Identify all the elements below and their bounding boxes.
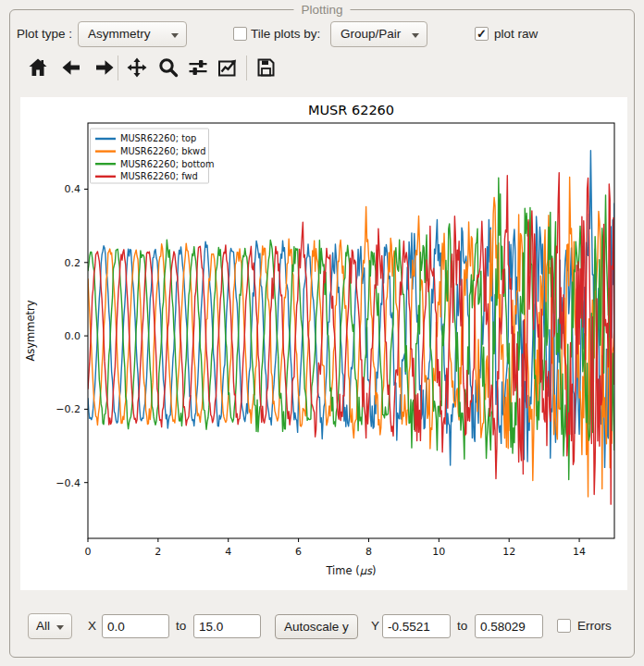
y-tick-label: 0.0 — [65, 330, 81, 342]
x-tick-label: 0 — [85, 546, 92, 558]
back-arrow-icon — [60, 56, 82, 79]
y-min-input[interactable] — [382, 614, 451, 638]
chart-title: MUSR 62260 — [308, 103, 394, 117]
tile-plots-checkbox[interactable] — [233, 27, 247, 41]
tile-by-select[interactable]: Group/Pair — [330, 21, 427, 47]
x-tick-label: 8 — [365, 546, 372, 558]
autoscale-y-button[interactable]: Autoscale y — [275, 614, 358, 639]
y-tick-label: 0.2 — [65, 257, 81, 269]
errors-label: Errors — [577, 613, 612, 639]
legend-item-label: MUSR62260; bottom — [120, 159, 215, 169]
tile-plots-label: Tile plots by: — [251, 21, 320, 47]
x-tick-label: 12 — [502, 546, 515, 558]
magnifier-icon — [157, 56, 180, 79]
x-min-input[interactable] — [102, 614, 169, 638]
home-icon — [27, 56, 49, 79]
y-range-label: Y — [371, 613, 379, 639]
pan-button[interactable] — [123, 54, 151, 81]
group-filter-select[interactable]: All — [28, 613, 72, 639]
home-button[interactable] — [24, 54, 52, 81]
plot-raw-label: plot raw — [494, 21, 538, 47]
check-icon: ✓ — [477, 27, 487, 41]
chevron-down-icon — [412, 33, 419, 38]
y-tick-label: −0.2 — [56, 403, 80, 415]
x-axis-label: Time (μs) — [325, 564, 376, 577]
x-range-label: X — [88, 613, 96, 639]
save-icon — [254, 56, 277, 79]
legend-item-label: MUSR62260; fwd — [120, 171, 198, 181]
line-chart-icon — [217, 56, 239, 79]
x-tick-label: 4 — [225, 546, 231, 558]
legend-item-label: MUSR62260; bkwd — [120, 146, 205, 156]
asymmetry-chart: 024681012140.40.20.0−0.2−0.4MUSR 62260Ti… — [20, 97, 627, 590]
tile-by-value: Group/Pair — [341, 27, 401, 41]
x-tick-label: 10 — [432, 546, 445, 558]
save-button[interactable] — [252, 54, 279, 81]
legend: MUSR62260; topMUSR62260; bkwdMUSR62260; … — [91, 129, 215, 183]
figure-canvas[interactable]: 024681012140.40.20.0−0.2−0.4MUSR 62260Ti… — [20, 97, 627, 590]
plot-raw-checkbox[interactable]: ✓ — [475, 27, 489, 41]
back-button[interactable] — [57, 54, 85, 81]
y-tick-label: 0.4 — [65, 183, 81, 195]
chevron-down-icon — [171, 33, 179, 38]
forward-button[interactable] — [91, 54, 118, 81]
x-max-input[interactable] — [193, 614, 261, 638]
edit-parameters-button[interactable] — [214, 54, 242, 81]
groupbox-title: Plotting — [293, 3, 350, 17]
group-filter-value: All — [36, 619, 50, 633]
errors-checkbox[interactable] — [557, 619, 571, 633]
x-tick-label: 6 — [295, 546, 302, 558]
plot-type-label: Plot type : — [17, 21, 72, 47]
x-to-label: to — [176, 613, 186, 639]
legend-item-label: MUSR62260; top — [120, 133, 196, 143]
configure-subplots-button[interactable] — [184, 54, 212, 81]
y-tick-label: −0.4 — [56, 477, 80, 489]
plot-toolbar — [0, 54, 644, 85]
zoom-button[interactable] — [155, 54, 182, 81]
forward-arrow-icon — [93, 56, 116, 79]
plot-series-group — [88, 151, 614, 504]
y-to-label: to — [457, 613, 467, 639]
plot-type-value: Asymmetry — [88, 27, 151, 41]
toolbar-separator — [118, 56, 118, 80]
chevron-down-icon — [56, 625, 64, 630]
y-axis-label: Asymmetry — [24, 300, 37, 361]
toolbar-separator — [246, 56, 247, 80]
plot-type-select[interactable]: Asymmetry — [78, 21, 187, 47]
x-tick-label: 14 — [573, 546, 586, 558]
y-max-input[interactable] — [475, 614, 543, 638]
sliders-icon — [187, 56, 209, 79]
x-tick-label: 2 — [155, 546, 161, 558]
pan-icon — [126, 56, 148, 79]
